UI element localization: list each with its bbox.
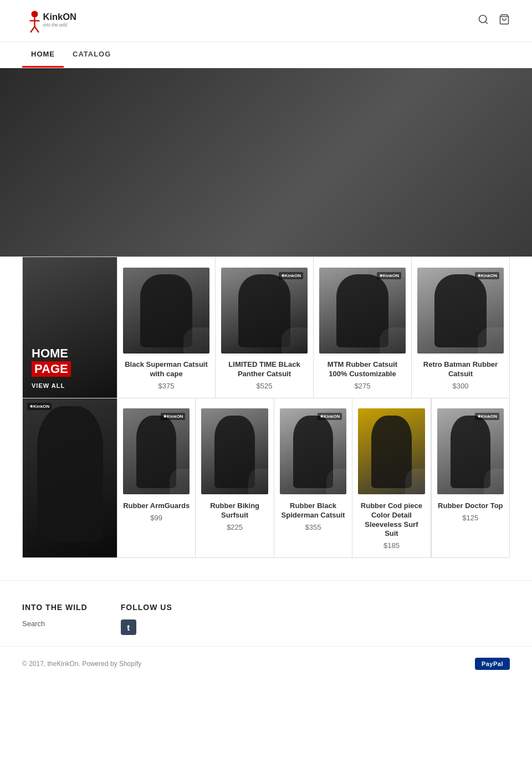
copyright-text: © 2017, theKinkOn. Powered by Shopify [22, 660, 141, 668]
tumblr-icon[interactable]: t [121, 619, 136, 635]
product-image-5: ★KinkON [123, 407, 190, 496]
footer-top: INTO THE WILD Search FOLLOW US t [0, 580, 532, 646]
products-section: HOME PAGE VIEW ALL Black Superman Catsui… [0, 257, 532, 580]
kinkon-badge-2: ★KinkON [377, 272, 401, 279]
nav-item-home[interactable]: HOME [22, 42, 64, 68]
product-image-2: ★KinkON [221, 266, 308, 355]
svg-text:into the wild: into the wild [43, 23, 68, 28]
product-name-1: Black Superman Catsuit with cape [123, 360, 209, 379]
footer-section2-title: FOLLOW US [121, 603, 172, 612]
featured-label: HOME PAGE [32, 347, 108, 377]
footer: INTO THE WILD Search FOLLOW US t © 2017,… [0, 580, 532, 681]
nav-item-catalog[interactable]: CATALOG [64, 42, 120, 68]
product-image-6 [201, 407, 268, 496]
product-cell-7[interactable]: ★KinkON Rubber Black Spiderman Catsuit $… [274, 398, 352, 558]
svg-point-0 [32, 11, 38, 18]
product-name-9: Rubber Doctor Top [437, 501, 504, 511]
product-image-9: ★KinkON [437, 407, 504, 496]
footer-bottom: © 2017, theKinkOn. Powered by Shopify Pa… [0, 646, 532, 681]
kinkon-badge-3: ★KinkON [475, 272, 499, 279]
featured-cell-row2[interactable]: ★KinkON [23, 398, 117, 558]
kinkon-badge-featured: ★KinkON [27, 403, 52, 410]
product-name-7: Rubber Black Spiderman Catsuit [280, 501, 346, 520]
kinkon-badge-6: ★KinkON [475, 413, 499, 420]
product-image-4: ★KinkON [417, 266, 504, 355]
product-cell-8[interactable]: Rubber Cod piece Color Detail Sleeveless… [352, 398, 431, 558]
products-row-2: ★KinkON ★KinkON Rubber ArmGuards $99 Rub… [22, 398, 510, 559]
product-image-8 [358, 407, 424, 496]
product-image-1 [123, 266, 209, 355]
search-icon[interactable] [478, 14, 489, 28]
svg-line-3 [30, 27, 35, 33]
logo-svg: KinkON into the wild [22, 6, 89, 36]
product-cell-4[interactable]: ★KinkON Retro Batman Rubber Catsuit $300 [411, 257, 509, 398]
kinkon-badge: ★KinkON [279, 272, 303, 279]
product-price-3: $275 [319, 382, 406, 390]
svg-text:KinkON: KinkON [43, 12, 77, 22]
footer-section1-title: INTO THE WILD [22, 603, 88, 612]
main-nav: HOME CATALOG [0, 42, 532, 68]
footer-col-follow-us: FOLLOW US t [121, 603, 172, 635]
product-price-1: $375 [123, 382, 209, 390]
cart-icon[interactable] [499, 14, 510, 28]
product-name-8: Rubber Cod piece Color Detail Sleeveless… [358, 501, 424, 539]
product-name-6: Rubber Biking Surfsuit [201, 501, 268, 520]
svg-line-4 [35, 27, 39, 33]
product-image-3: ★KinkON [319, 266, 406, 355]
paypal-badge: PayPal [475, 658, 510, 670]
header-icons [478, 14, 510, 28]
site-header: KinkON into the wild [0, 0, 532, 42]
footer-search-link[interactable]: Search [22, 619, 88, 628]
product-cell-2[interactable]: ★KinkON LIMITED TIME BLack Panther Catsu… [215, 257, 313, 398]
product-price-4: $300 [417, 382, 504, 390]
svg-line-8 [485, 22, 488, 24]
logo[interactable]: KinkON into the wild [22, 6, 89, 36]
product-price-6: $225 [201, 523, 268, 531]
kinkon-badge-5: ★KinkON [318, 413, 342, 420]
product-name-3: MTM Rubber Catsuit 100% Customizable [319, 360, 406, 379]
product-cell-1[interactable]: Black Superman Catsuit with cape $375 [117, 257, 215, 398]
product-cell-9[interactable]: ★KinkON Rubber Doctor Top $125 [431, 398, 509, 558]
footer-col-into-the-wild: INTO THE WILD Search [22, 603, 88, 635]
product-price-5: $99 [123, 514, 190, 522]
product-name-4: Retro Batman Rubber Catsuit [417, 360, 504, 379]
kinkon-badge-4: ★KinkON [161, 413, 185, 420]
product-cell-3[interactable]: ★KinkON MTM Rubber Catsuit 100% Customiz… [313, 257, 411, 398]
hero-background [0, 68, 532, 257]
product-cell-5[interactable]: ★KinkON Rubber ArmGuards $99 [117, 398, 195, 558]
product-price-7: $355 [280, 523, 346, 531]
product-cell-6[interactable]: Rubber Biking Surfsuit $225 [195, 398, 273, 558]
product-name-5: Rubber ArmGuards [123, 501, 190, 511]
product-price-2: $525 [221, 382, 308, 390]
products-row-1: HOME PAGE VIEW ALL Black Superman Catsui… [22, 257, 510, 398]
hero-banner [0, 68, 532, 257]
product-price-9: $125 [437, 514, 504, 522]
product-name-2: LIMITED TIME BLack Panther Catsuit [221, 360, 308, 379]
featured-cell-row1[interactable]: HOME PAGE VIEW ALL [23, 257, 117, 398]
product-price-8: $185 [358, 541, 424, 550]
product-image-7: ★KinkON [280, 407, 346, 496]
view-all-button[interactable]: VIEW ALL [32, 382, 108, 389]
